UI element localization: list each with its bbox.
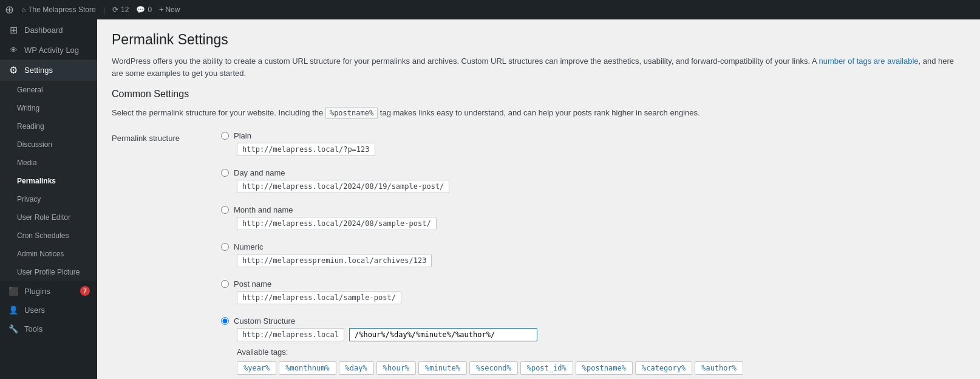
new-item[interactable]: + New (159, 5, 180, 14)
tag-post-id[interactable]: %post_id% (520, 361, 573, 375)
label-month-name[interactable]: Month and name (234, 205, 293, 214)
sidebar-item-label: Settings (24, 66, 53, 75)
common-settings-title: Common Settings (112, 89, 965, 100)
sidebar-item-label: Admin Notices (17, 250, 64, 258)
custom-url-base: http://melapress.local (237, 328, 344, 341)
sidebar-item-label: WP Activity Log (24, 46, 79, 55)
url-month-name: http://melapress.local/2024/08/sample-po… (237, 217, 437, 230)
radio-plain[interactable] (221, 132, 229, 140)
dashboard-icon: ⊞ (7, 24, 19, 36)
label-numeric[interactable]: Numeric (234, 242, 263, 251)
sidebar-item-label: General (17, 86, 43, 94)
radio-month-name[interactable] (221, 206, 229, 214)
sidebar-item-label: User Role Editor (17, 213, 70, 222)
label-plain[interactable]: Plain (234, 131, 251, 140)
page-description: WordPress offers you the ability to crea… (112, 55, 965, 79)
tag-day[interactable]: %day% (339, 361, 374, 375)
option-plain: Plain http://melapress.local/?p=123 (221, 131, 743, 165)
site-name: The Melapress Store (28, 5, 95, 14)
option-post-name: Post name http://melapress.local/sample-… (221, 279, 743, 313)
users-icon: 👤 (7, 306, 19, 315)
label-custom[interactable]: Custom Structure (234, 316, 295, 326)
new-label: + New (159, 5, 180, 14)
updates-item[interactable]: ⟳ 12 (112, 5, 129, 14)
main-content: Permalink Settings WordPress offers you … (97, 19, 980, 379)
option-custom: Custom Structure http://melapress.local (221, 316, 743, 341)
comments-count: 0 (148, 5, 152, 14)
sidebar-item-label: Writing (17, 104, 39, 112)
sidebar-item-dashboard[interactable]: ⊞ Dashboard (0, 19, 97, 41)
sidebar-item-media[interactable]: Media (0, 154, 97, 172)
tag-year[interactable]: %year% (237, 361, 276, 375)
tag-second[interactable]: %second% (469, 361, 518, 375)
tags-row: %year% %monthnum% %day% %hour% %minute% … (237, 361, 743, 375)
sidebar-item-writing[interactable]: Writing (0, 99, 97, 117)
sidebar-item-settings[interactable]: ⚙ Settings (0, 60, 97, 81)
permalink-structure-row: Permalink structure Plain http://melapre… (112, 131, 965, 375)
sidebar-item-label: Privacy (17, 195, 41, 203)
wp-logo-item[interactable]: ⊕ (5, 3, 14, 16)
url-post-name: http://melapress.local/sample-post/ (237, 291, 401, 304)
settings-submenu: General Writing Reading Discussion Media… (0, 81, 97, 281)
settings-icon: ⚙ (7, 64, 19, 76)
sidebar-item-wp-activity-log[interactable]: 👁 WP Activity Log (0, 41, 97, 60)
sidebar-item-label: Users (24, 306, 45, 315)
custom-structure-input-row: http://melapress.local (237, 328, 743, 341)
activity-log-icon: 👁 (7, 46, 19, 55)
tag-author[interactable]: %author% (695, 361, 743, 375)
sidebar: ⊞ Dashboard 👁 WP Activity Log ⚙ Settings… (0, 19, 97, 379)
available-tags-label: Available tags: (237, 347, 743, 357)
radio-custom[interactable] (221, 317, 229, 325)
sidebar-item-plugins[interactable]: ⬛ Plugins 7 (0, 281, 97, 301)
sidebar-item-permalinks[interactable]: Permalinks (0, 172, 97, 190)
permalink-structure-label: Permalink structure (112, 131, 209, 143)
url-numeric: http://melapresspremium.local/archives/1… (237, 254, 432, 267)
sidebar-item-label: Cron Schedules (17, 231, 69, 240)
sidebar-item-tools[interactable]: 🔧 Tools (0, 319, 97, 338)
sidebar-item-label: Media (17, 159, 37, 167)
url-day-name: http://melapress.local/2024/08/19/sample… (237, 180, 449, 193)
sidebar-item-privacy[interactable]: Privacy (0, 190, 97, 208)
sidebar-item-admin-notices[interactable]: Admin Notices (0, 245, 97, 263)
custom-structure-input[interactable] (349, 328, 537, 341)
page-title: Permalink Settings (112, 32, 965, 48)
radio-day-name[interactable] (221, 169, 229, 177)
option-numeric: Numeric http://melapresspremium.local/ar… (221, 242, 743, 276)
sidebar-item-label: Permalinks (17, 177, 56, 185)
sidebar-item-reading[interactable]: Reading (0, 117, 97, 135)
sidebar-item-discussion[interactable]: Discussion (0, 135, 97, 154)
url-plain: http://melapress.local/?p=123 (237, 143, 375, 156)
sidebar-item-label: Discussion (17, 140, 52, 149)
site-name-item[interactable]: ⌂ The Melapress Store (21, 5, 96, 14)
tag-postname[interactable]: %postname% (576, 361, 633, 375)
top-bar: ⊕ ⌂ The Melapress Store | ⟳ 12 💬 0 + New (0, 0, 980, 19)
updates-icon: ⟳ (112, 5, 118, 14)
label-day-name[interactable]: Day and name (234, 168, 285, 177)
tag-minute[interactable]: %minute% (418, 361, 467, 375)
tags-link[interactable]: number of tags are available (818, 56, 918, 66)
sidebar-item-cron-schedules[interactable]: Cron Schedules (0, 227, 97, 245)
sidebar-item-label: User Profile Picture (17, 268, 80, 276)
wp-logo-icon: ⊕ (5, 3, 14, 16)
plugins-badge: 7 (80, 286, 90, 296)
tag-hour[interactable]: %hour% (376, 361, 416, 375)
tag-monthnum[interactable]: %monthnum% (279, 361, 336, 375)
sidebar-item-user-role-editor[interactable]: User Role Editor (0, 208, 97, 227)
sidebar-item-users[interactable]: 👤 Users (0, 301, 97, 319)
sidebar-item-label: Tools (24, 324, 43, 333)
sidebar-item-label: Reading (17, 122, 44, 131)
sidebar-item-general[interactable]: General (0, 81, 97, 99)
comments-icon: 💬 (136, 5, 145, 14)
radio-numeric[interactable] (221, 243, 229, 251)
sidebar-item-label: Plugins (24, 287, 50, 296)
radio-post-name[interactable] (221, 280, 229, 288)
tools-icon: 🔧 (7, 324, 19, 333)
permalink-options: Plain http://melapress.local/?p=123 Day … (221, 131, 743, 375)
sub-description: Select the permalink structure for your … (112, 107, 965, 119)
comments-item[interactable]: 💬 0 (136, 5, 152, 14)
postname-tag: %postname% (325, 107, 378, 119)
tag-category[interactable]: %category% (635, 361, 692, 375)
label-post-name[interactable]: Post name (234, 279, 271, 289)
plugins-icon: ⬛ (7, 287, 19, 296)
sidebar-item-user-profile-picture[interactable]: User Profile Picture (0, 263, 97, 281)
